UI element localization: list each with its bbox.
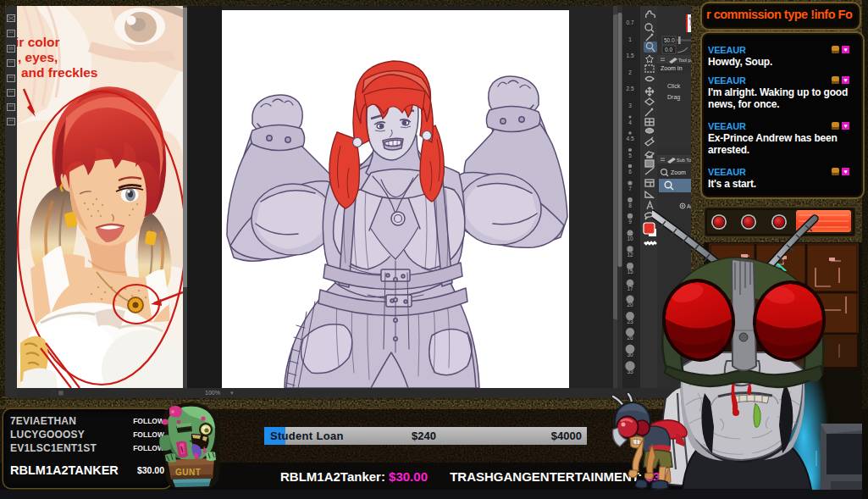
svg-text:0.0: 0.0 [665,47,672,53]
svg-text:2: 2 [628,69,632,75]
svg-text:Zoom In: Zoom In [661,65,683,71]
svg-text:4: 4 [628,119,632,125]
svg-text:Zoom: Zoom [671,169,686,175]
svg-text:2.5: 2.5 [626,86,633,91]
svg-text:50.0: 50.0 [664,37,675,43]
svg-text:5: 5 [628,152,632,158]
svg-text:GUNT: GUNT [175,468,201,477]
svg-text:7: 7 [628,186,632,191]
svg-text:0.7: 0.7 [626,19,633,25]
svg-text:12: 12 [627,252,633,258]
svg-text:9: 9 [628,219,632,225]
svg-text:1: 1 [628,36,632,42]
svg-text:, eyes,: , eyes, [18,50,58,64]
svg-text:Click: Click [667,83,681,89]
svg-text:3: 3 [628,103,632,108]
svg-text:Drag: Drag [667,94,680,101]
svg-text:1.5: 1.5 [626,53,633,58]
svg-text:8: 8 [628,202,632,208]
svg-text:15: 15 [627,269,633,274]
svg-text:ir color: ir color [17,35,60,49]
svg-text:and freckles: and freckles [21,65,97,80]
svg-text:4.5: 4.5 [626,136,633,141]
svg-text:6: 6 [628,169,632,175]
svg-text:10: 10 [627,236,633,241]
svg-text:Tool prop: Tool prop [678,58,691,63]
svg-text:Sub Tool: Sub Tool [677,158,691,163]
